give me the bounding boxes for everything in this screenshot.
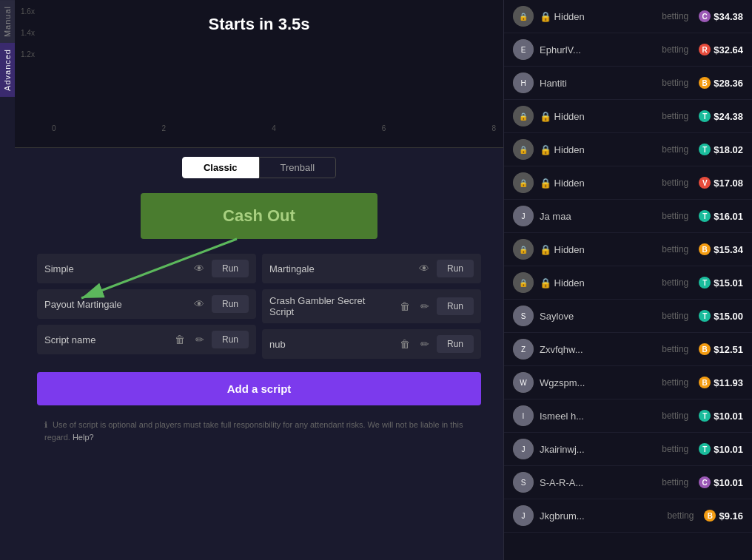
player-row: JJa maabettingT$16.01 <box>504 200 752 233</box>
run-button-script-name[interactable]: Run <box>212 331 249 348</box>
run-button-simple[interactable]: Run <box>212 260 249 277</box>
x-label-6: 6 <box>382 124 386 132</box>
player-row: JJkairinwj...bettingT$10.01 <box>504 433 752 466</box>
disclaimer-text: Use of script is optional and players mu… <box>44 420 463 442</box>
player-name: Ja maa <box>540 211 656 222</box>
player-name: 🔒 Hidden <box>540 277 656 289</box>
svg-text:H: H <box>520 79 526 87</box>
coin-icon: T <box>699 443 711 455</box>
player-row: 🔒🔒 HiddenbettingV$17.08 <box>504 166 752 200</box>
amount-value: $9.16 <box>719 510 743 522</box>
disclaimer-help-link[interactable]: Help? <box>73 433 94 442</box>
edit-button-crash-gambler[interactable]: ✏ <box>417 299 432 314</box>
coin-icon: T <box>699 277 711 289</box>
y-label-1: 1.6x <box>21 7 35 16</box>
player-row: SSaylovebettingT$15.00 <box>504 300 752 333</box>
tab-classic[interactable]: Classic <box>182 157 259 178</box>
x-label-4: 4 <box>272 124 276 132</box>
player-status: betting <box>662 277 688 288</box>
player-status: betting <box>662 211 688 221</box>
player-row: 🔒🔒 HiddenbettingB$15.34 <box>504 233 752 266</box>
x-label-8: 8 <box>491 124 496 132</box>
scripts-left-col: Simple 👁 Run Payout Martingale 👁 Run <box>37 254 256 359</box>
side-tabs: Manual Advanced <box>0 0 15 560</box>
avatar: Z <box>513 339 534 360</box>
player-name: Jkgbrum... <box>540 510 661 522</box>
player-amount: B$12.51 <box>699 343 743 355</box>
edit-button-script-name[interactable]: ✏ <box>192 332 207 347</box>
svg-text:S: S <box>521 312 526 320</box>
avatar: 🔒 <box>513 239 534 260</box>
svg-text:I: I <box>523 412 525 420</box>
player-status: betting <box>662 78 688 88</box>
tabs-row: Classic Trenball <box>15 148 503 186</box>
run-button-payout-martingale[interactable]: Run <box>212 295 249 313</box>
player-name: Hantiti <box>540 78 656 89</box>
delete-button-nub[interactable]: 🗑 <box>397 337 413 351</box>
left-panel: Manual Advanced 1.6x 1.4x 1.2x Starts in… <box>0 0 503 560</box>
script-name-martingale: Martingale <box>269 263 412 274</box>
player-status: betting <box>662 311 688 321</box>
eye-button-simple[interactable]: 👁 <box>191 261 207 276</box>
player-amount: C$34.38 <box>699 10 743 22</box>
player-name: 🔒 Hidden <box>540 178 656 189</box>
main-content: 1.6x 1.4x 1.2x Starts in 3.5s 0 2 4 6 8 … <box>15 0 503 560</box>
edit-button-nub[interactable]: ✏ <box>417 337 432 351</box>
avatar: E <box>513 39 534 60</box>
script-name-nub: nub <box>269 339 392 350</box>
player-amount: B$11.93 <box>699 377 743 388</box>
player-amount: T$16.01 <box>699 210 743 222</box>
coin-icon: C <box>699 476 711 488</box>
svg-text:S: S <box>521 479 526 487</box>
player-amount: T$10.01 <box>699 443 743 455</box>
player-amount: T$18.02 <box>699 144 743 155</box>
scripts-section: Simple 👁 Run Payout Martingale 👁 Run <box>30 254 489 443</box>
player-row: 🔒🔒 HiddenbettingT$18.02 <box>504 133 752 166</box>
eye-button-martingale[interactable]: 👁 <box>416 261 432 276</box>
player-status: betting <box>662 11 688 21</box>
amount-value: $32.64 <box>714 44 743 55</box>
cashout-button[interactable]: Cash Out <box>141 193 377 239</box>
add-script-button[interactable]: Add a script <box>37 372 481 405</box>
player-amount: B$9.16 <box>704 510 743 522</box>
player-name: Ismeel h... <box>540 411 656 422</box>
run-button-crash-gambler[interactable]: Run <box>437 297 474 315</box>
chart-title: Starts in 3.5s <box>15 0 503 34</box>
amount-value: $15.34 <box>714 244 743 255</box>
eye-button-payout-martingale[interactable]: 👁 <box>191 297 207 311</box>
coin-icon: T <box>699 110 711 122</box>
disclaimer: ℹ Use of script is optional and players … <box>37 419 481 443</box>
player-status: betting <box>662 44 688 55</box>
coin-icon: T <box>699 144 711 155</box>
arrow-wrapper: Simple 👁 Run Payout Martingale 👁 Run <box>30 254 489 443</box>
coin-icon: C <box>699 10 711 22</box>
coin-icon: R <box>699 44 711 55</box>
delete-button-script-name[interactable]: 🗑 <box>172 332 188 347</box>
player-name: EphurlV... <box>540 44 656 55</box>
scripts-right-col: Martingale 👁 Run Crash Gambler Secret Sc… <box>262 254 481 359</box>
chart-area: 1.6x 1.4x 1.2x Starts in 3.5s 0 2 4 6 8 <box>15 0 503 148</box>
amount-value: $11.93 <box>714 377 743 388</box>
amount-value: $34.38 <box>714 11 743 22</box>
player-status: betting <box>662 178 688 188</box>
svg-text:J: J <box>522 212 526 220</box>
player-name: 🔒 Hidden <box>540 11 656 22</box>
y-label-2: 1.4x <box>21 29 35 37</box>
tab-trenball[interactable]: Trenball <box>259 157 336 178</box>
player-status: betting <box>662 444 688 454</box>
advanced-tab[interactable]: Advanced <box>0 43 15 97</box>
run-button-martingale[interactable]: Run <box>437 260 474 277</box>
coin-icon: T <box>699 410 711 422</box>
coin-icon: T <box>699 210 711 222</box>
amount-value: $28.36 <box>714 78 743 89</box>
avatar: S <box>513 306 534 326</box>
delete-button-crash-gambler[interactable]: 🗑 <box>397 299 413 314</box>
avatar: 🔒 <box>513 6 534 27</box>
script-name-simple: Simple <box>44 263 187 274</box>
player-amount: C$10.01 <box>699 476 743 488</box>
chart-y-labels: 1.6x 1.4x 1.2x <box>21 7 35 58</box>
run-button-nub[interactable]: Run <box>437 335 474 353</box>
svg-text:🔒: 🔒 <box>519 178 528 188</box>
manual-tab[interactable]: Manual <box>0 0 15 43</box>
y-label-3: 1.2x <box>21 50 35 58</box>
